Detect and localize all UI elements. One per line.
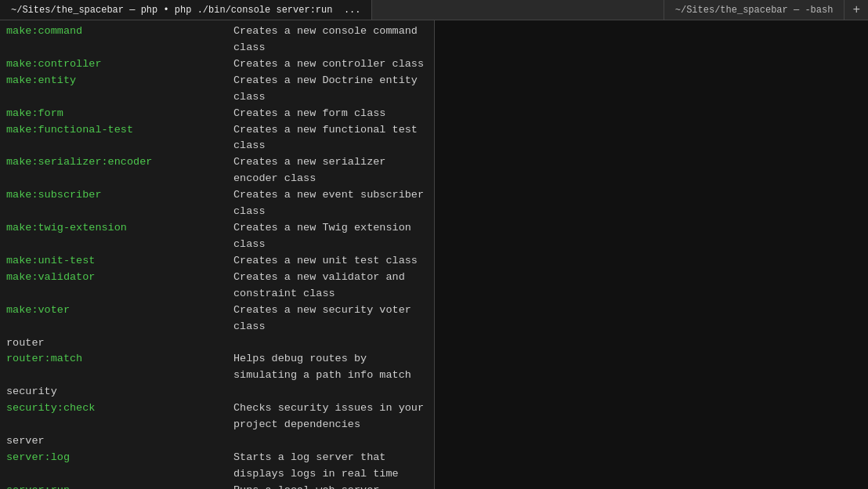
tab-separator: ... [344, 5, 361, 16]
terminal-container: ~/Sites/the_spacebar — php • php ./bin/c… [0, 0, 868, 489]
tab-left-label: ~/Sites/the_spacebar — php • php ./bin/c… [11, 5, 332, 16]
command-row: make:voterCreates a new security voter c… [6, 302, 428, 335]
command-desc: Checks security issues in your project d… [233, 400, 428, 433]
command-desc: Creates a new serializer encoder class [233, 154, 428, 187]
tab-right[interactable]: ~/Sites/the_spacebar — -bash [664, 0, 844, 20]
command-desc: Creates a new form class [233, 106, 385, 122]
command-row: make:controllerCreates a new controller … [6, 56, 428, 73]
command-desc: Creates a new event subscriber class [233, 187, 428, 220]
command-desc: Helps debug routes by simulating a path … [233, 351, 428, 384]
command-desc: Runs a local web server [233, 483, 379, 489]
tab-right-label: ~/Sites/the_spacebar — -bash [675, 5, 834, 16]
command-desc: Starts a log server that displays logs i… [233, 450, 428, 483]
command-name: make:serializer:encoder [6, 154, 233, 187]
command-desc: Creates a new validator and constraint c… [233, 270, 428, 302]
command-desc: Creates a new console command class [233, 24, 428, 56]
command-name: make:twig-extension [6, 220, 233, 253]
command-name: make:command [6, 24, 233, 56]
command-row: server:runRuns a local web server [6, 483, 428, 489]
command-row: make:functional-testCreates a new functi… [6, 122, 428, 155]
command-row: make:commandCreates a new console comman… [6, 24, 428, 56]
command-row: router:matchHelps debug routes by simula… [6, 351, 428, 384]
command-row: make:subscriberCreates a new event subsc… [6, 187, 428, 220]
command-desc: Creates a new security voter class [233, 302, 428, 335]
command-row: make:formCreates a new form class [6, 106, 428, 122]
plus-icon: + [852, 3, 860, 17]
section-label: router [6, 335, 428, 352]
tab-spacer [372, 0, 663, 20]
tab-left[interactable]: ~/Sites/the_spacebar — php • php ./bin/c… [0, 0, 372, 20]
tab-add-button[interactable]: + [844, 0, 868, 20]
command-desc: Creates a new Twig extension class [233, 220, 428, 253]
command-name: security:check [6, 400, 233, 433]
command-name: make:voter [6, 302, 233, 335]
command-desc: Creates a new controller class [233, 56, 424, 73]
left-pane: make:commandCreates a new console comman… [0, 20, 434, 489]
command-row: make:validatorCreates a new validator an… [6, 270, 428, 302]
section-label: server [6, 433, 428, 450]
command-desc: Creates a new Doctrine entity class [233, 73, 428, 106]
command-name: make:controller [6, 56, 233, 73]
right-pane [435, 20, 869, 489]
command-row: make:serializer:encoderCreates a new ser… [6, 154, 428, 187]
command-name: router:match [6, 351, 233, 384]
section-label: security [6, 384, 428, 400]
commands-list: make:commandCreates a new console comman… [6, 24, 428, 335]
command-row: make:entityCreates a new Doctrine entity… [6, 73, 428, 106]
command-name: make:functional-test [6, 122, 233, 155]
command-desc: Creates a new unit test class [233, 253, 418, 270]
command-name: make:validator [6, 270, 233, 302]
command-name: make:subscriber [6, 187, 233, 220]
command-row: make:twig-extensionCreates a new Twig ex… [6, 220, 428, 253]
sections-list: router router:matchHelps debug routes by… [6, 335, 428, 489]
command-name: make:unit-test [6, 253, 233, 270]
command-row: make:unit-testCreates a new unit test cl… [6, 253, 428, 270]
tab-bar: ~/Sites/the_spacebar — php • php ./bin/c… [0, 0, 868, 20]
command-name: server:log [6, 450, 233, 483]
command-name: make:entity [6, 73, 233, 106]
command-name: make:form [6, 106, 233, 122]
content-area: make:commandCreates a new console comman… [0, 20, 868, 489]
command-row: security:checkChecks security issues in … [6, 400, 428, 433]
command-desc: Creates a new functional test class [233, 122, 428, 155]
command-row: server:logStarts a log server that displ… [6, 450, 428, 483]
command-name: server:run [6, 483, 233, 489]
